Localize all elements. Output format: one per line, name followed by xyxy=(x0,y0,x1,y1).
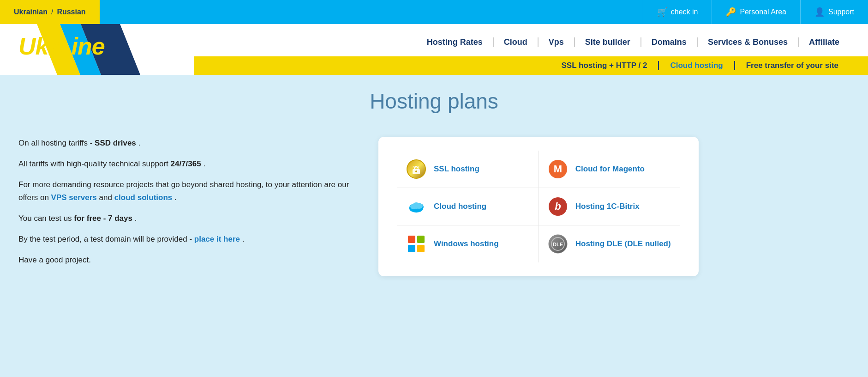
svg-text:M: M xyxy=(554,163,562,175)
p4-bold: for free - 7 days xyxy=(74,214,132,223)
left-column: On all hosting tariffs - SSD drives . Al… xyxy=(18,137,351,274)
service-cloud-label: Cloud hosting xyxy=(434,202,486,211)
svg-rect-22 xyxy=(417,245,425,252)
p2-prefix: All tariffs with high-quality technical … xyxy=(18,159,170,168)
svg-rect-19 xyxy=(408,236,415,243)
p5-suffix: . xyxy=(240,235,244,243)
lang-ukrainian[interactable]: Ukrainian xyxy=(14,8,48,16)
service-cloud-hosting[interactable]: Cloud hosting xyxy=(397,188,539,225)
logo-highlight: L xyxy=(57,33,72,60)
service-windows[interactable]: Windows hosting xyxy=(397,225,539,262)
p4-suffix: . xyxy=(132,214,137,223)
key-icon: 🔑 xyxy=(726,7,736,17)
checkin-button[interactable]: 🛒 check in xyxy=(643,0,712,24)
cloud-solutions-link[interactable]: cloud solutions xyxy=(114,193,173,202)
paragraph-goodbye: Have a good project. xyxy=(18,254,351,266)
nav-area: Hosting Rates Cloud Vps Site builder Dom… xyxy=(194,24,868,75)
ssl-icon: SSL xyxy=(406,159,426,179)
cart-icon: 🛒 xyxy=(657,7,667,17)
magento-icon: M xyxy=(548,159,568,179)
paragraph-support: All tariffs with high-quality technical … xyxy=(18,158,351,170)
nav-domains[interactable]: Domains xyxy=(641,37,698,47)
nav-site-builder[interactable]: Site builder xyxy=(575,37,641,47)
p3-mid: and xyxy=(97,193,114,202)
place-here-link[interactable]: place it here xyxy=(194,235,240,243)
checkin-label: check in xyxy=(671,8,698,16)
nav-cloud[interactable]: Cloud xyxy=(494,37,539,47)
personal-area-label: Personal Area xyxy=(740,8,786,16)
personal-area-button[interactable]: 🔑 Personal Area xyxy=(712,0,800,24)
promo-cloud[interactable]: Cloud hosting xyxy=(659,61,735,70)
bitrix-icon: b xyxy=(548,196,568,217)
promo-ssl[interactable]: SSL hosting + HTTP / 2 xyxy=(551,61,659,70)
service-ssl-label: SSL hosting xyxy=(434,164,479,174)
content-body: On all hosting tariffs - SSD drives . Al… xyxy=(0,137,868,276)
service-dle[interactable]: DLE Hosting DLE (DLE nulled) xyxy=(539,225,680,262)
paragraph-free-test: You can test us for free - 7 days . xyxy=(18,212,351,225)
p1-prefix: On all hosting tariffs - xyxy=(18,139,95,147)
header-inner: UkrLine Hosting Rates Cloud Vps Site bui… xyxy=(0,24,868,75)
lang-russian[interactable]: Russian xyxy=(57,8,85,16)
p2-bold: 24/7/365 xyxy=(170,159,201,168)
page-title: Hosting plans xyxy=(0,89,868,114)
person-icon: 👤 xyxy=(814,7,825,17)
logo-rest-text: ine xyxy=(71,33,104,60)
p5-prefix: By the test period, a test domain will b… xyxy=(18,235,194,243)
service-grid: SSL SSL hosting M xyxy=(397,151,680,262)
main-nav: Hosting Rates Cloud Vps Site builder Dom… xyxy=(407,24,868,56)
logo-text: UkrLine xyxy=(18,32,105,60)
nav-hosting-rates[interactable]: Hosting Rates xyxy=(417,37,494,47)
service-ssl-hosting[interactable]: SSL SSL hosting xyxy=(397,151,539,188)
svg-text:DLE: DLE xyxy=(553,242,563,247)
top-bar: Ukrainian / Russian 🛒 check in 🔑 Persona… xyxy=(0,0,868,24)
p1-suffix: . xyxy=(136,139,140,147)
dle-icon: DLE xyxy=(548,234,568,254)
vps-servers-link[interactable]: VPS servers xyxy=(51,193,97,202)
logo-dark-text: Ukr xyxy=(18,33,57,60)
p2-suffix: . xyxy=(201,159,205,168)
lang-switcher: Ukrainian / Russian xyxy=(0,0,100,24)
service-windows-label: Windows hosting xyxy=(434,239,499,249)
support-label: Support xyxy=(828,8,854,16)
support-button[interactable]: 👤 Support xyxy=(800,0,868,24)
paragraph-test-domain: By the test period, a test domain will b… xyxy=(18,233,351,245)
service-bitrix[interactable]: b Hosting 1C-Bitrix xyxy=(539,188,680,225)
paragraph-vps: For more demanding resource projects tha… xyxy=(18,178,351,203)
promo-bar: SSL hosting + HTTP / 2 Cloud hosting Fre… xyxy=(194,56,868,75)
service-bitrix-label: Hosting 1C-Bitrix xyxy=(575,202,640,211)
windows-icon xyxy=(406,234,426,254)
svg-rect-20 xyxy=(417,236,425,243)
svg-point-16 xyxy=(415,203,423,209)
svg-text:b: b xyxy=(555,201,561,212)
service-magento-label: Cloud for Magento xyxy=(575,164,645,174)
top-bar-right: 🛒 check in 🔑 Personal Area 👤 Support xyxy=(100,0,868,24)
p3-suffix: . xyxy=(172,193,176,202)
service-magento[interactable]: M Cloud for Magento xyxy=(539,151,680,188)
promo-transfer[interactable]: Free transfer of your site xyxy=(735,61,850,70)
nav-affiliate[interactable]: Affiliate xyxy=(799,37,850,47)
paragraph-ssd: On all hosting tariffs - SSD drives . xyxy=(18,137,351,149)
header: UkrLine Hosting Rates Cloud Vps Site bui… xyxy=(0,24,868,75)
lang-separator: / xyxy=(51,8,53,16)
logo-area[interactable]: UkrLine xyxy=(0,24,194,75)
service-dle-label: Hosting DLE (DLE nulled) xyxy=(575,239,671,249)
cloud-icon xyxy=(406,196,426,217)
p4-prefix: You can test us xyxy=(18,214,74,223)
svg-rect-21 xyxy=(408,245,415,252)
nav-vps[interactable]: Vps xyxy=(539,37,575,47)
p1-bold: SSD drives xyxy=(95,139,136,147)
nav-services-bonuses[interactable]: Services & Bonuses xyxy=(698,37,799,47)
svg-point-8 xyxy=(415,170,417,172)
services-card: SSL SSL hosting M xyxy=(378,137,699,276)
main-content: Hosting plans On all hosting tariffs - S… xyxy=(0,75,868,295)
